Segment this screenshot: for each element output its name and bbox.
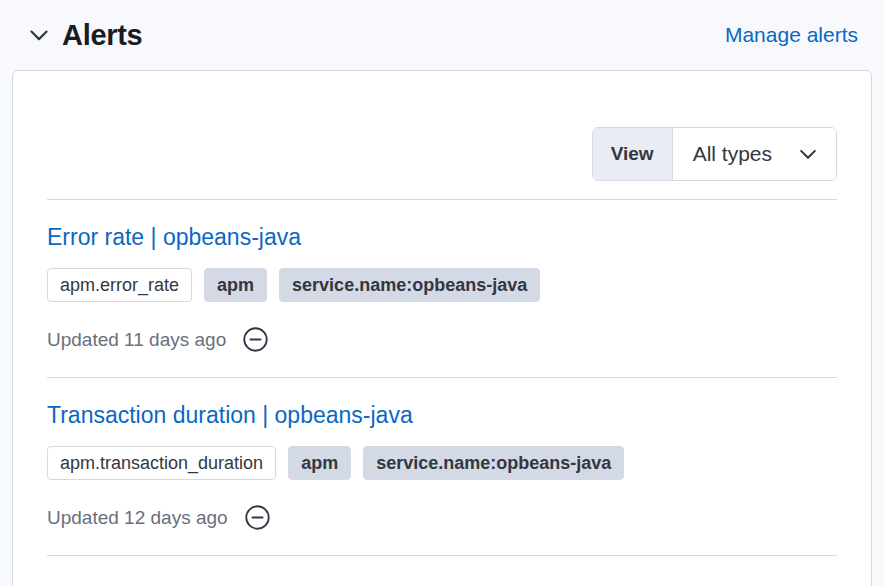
divider xyxy=(47,555,837,556)
alert-type-badge: apm.error_rate xyxy=(47,268,192,302)
alert-meta: Updated 12 days ago xyxy=(47,504,837,531)
page-title: Alerts xyxy=(62,19,142,52)
alert-type-badge: apm.transaction_duration xyxy=(47,446,276,480)
alert-title-link[interactable]: Error rate | opbeans-java xyxy=(47,222,301,252)
alert-item: Error rate | opbeans-java apm.error_rate… xyxy=(47,200,837,377)
alerts-section: Alerts Manage alerts View All types Erro… xyxy=(0,0,884,586)
mute-alert-button[interactable] xyxy=(242,326,269,353)
alert-title-link[interactable]: Transaction duration | opbeans-java xyxy=(47,400,413,430)
chevron-down-icon xyxy=(798,144,818,164)
alert-updated-text: Updated 12 days ago xyxy=(47,507,228,529)
alert-tag-badge: apm xyxy=(288,446,351,480)
minus-in-circle-icon xyxy=(242,326,269,353)
manage-alerts-link[interactable]: Manage alerts xyxy=(725,23,858,47)
mute-alert-button[interactable] xyxy=(244,504,271,531)
alert-tag-badge: service.name:opbeans-java xyxy=(279,268,540,302)
alert-badges: apm.transaction_duration apm service.nam… xyxy=(47,446,837,480)
alert-item: Transaction duration | opbeans-java apm.… xyxy=(47,378,837,555)
alert-tag-badge: apm xyxy=(204,268,267,302)
alerts-toolbar: View All types xyxy=(47,71,837,181)
alert-badges: apm.error_rate apm service.name:opbeans-… xyxy=(47,268,837,302)
chevron-down-icon xyxy=(28,24,50,46)
view-filter-label: View xyxy=(593,128,673,180)
alert-type-select[interactable]: All types xyxy=(673,128,836,180)
alert-updated-text: Updated 11 days ago xyxy=(47,329,226,351)
alerts-header: Alerts Manage alerts xyxy=(0,0,884,68)
alert-meta: Updated 11 days ago xyxy=(47,326,837,353)
alerts-panel: View All types Error rate | opbeans-java… xyxy=(12,70,872,586)
collapse-alerts-button[interactable] xyxy=(20,16,58,54)
alert-type-selected-value: All types xyxy=(693,142,772,166)
minus-in-circle-icon xyxy=(244,504,271,531)
alert-tag-badge: service.name:opbeans-java xyxy=(363,446,624,480)
view-filter-group: View All types xyxy=(592,127,837,181)
